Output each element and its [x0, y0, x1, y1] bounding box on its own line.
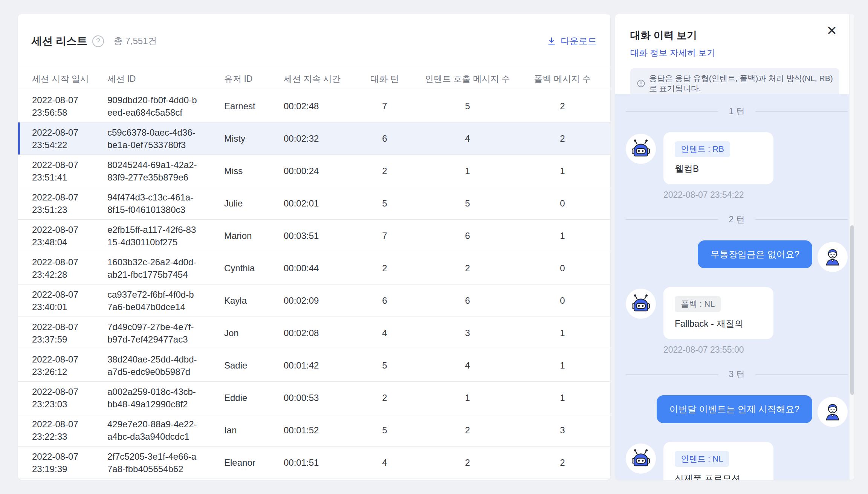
intent-count-cell: 6 [420, 220, 515, 252]
session-id-cell: 909dbd20-fb0f-4dd0-beed-ea684c5a58cf [93, 90, 210, 122]
divider-line [755, 219, 848, 220]
col-header-fallback-count: 폴백 메시지 수 [515, 68, 610, 90]
user-avatar [818, 397, 848, 427]
col-header-user-id: 유저 ID [210, 68, 270, 90]
duration-cell: 00:00:24 [270, 155, 349, 187]
help-icon[interactable]: ? [92, 35, 104, 47]
duration-cell: 00:01:51 [270, 447, 349, 479]
user-id-cell: Eleanor [210, 447, 270, 479]
table-row[interactable]: 2022-08-0723:56:58909dbd20-fb0f-4dd0-bee… [18, 90, 610, 122]
fallback-count-cell: 2 [515, 122, 610, 155]
turns-cell: 4 [349, 447, 420, 479]
user-avatar [818, 242, 848, 272]
scrollbar[interactable] [849, 14, 854, 480]
turns-cell: 2 [349, 252, 420, 284]
session-start-cell: 2022-08-0723:22:33 [18, 414, 93, 447]
turns-cell: 5 [349, 414, 420, 447]
download-icon [547, 36, 556, 46]
turn-label: 3 턴 [729, 369, 744, 380]
table-row[interactable]: 2022-08-0723:51:4180245244-69a1-42a2-83f… [18, 155, 610, 187]
user-id-cell: Eddie [210, 382, 270, 414]
close-icon[interactable]: ✕ [827, 24, 837, 37]
duration-cell: 00:00:53 [270, 382, 349, 414]
turn-label: 1 턴 [729, 106, 744, 117]
duration-cell: 00:02:09 [270, 284, 349, 317]
table-row[interactable]: 2022-08-0723:19:392f7c5205-3e1f-4e66-a7a… [18, 447, 610, 479]
duration-cell: 00:01:52 [270, 414, 349, 447]
user-id-cell: Marion [210, 220, 270, 252]
col-header-turns: 대화 턴 [349, 68, 420, 90]
col-header-session-id: 세션 ID [93, 68, 210, 90]
table-row[interactable]: 2022-08-0723:42:281603b32c-26a2-4d0d-ab2… [18, 252, 610, 284]
bot-message-row: 인텐트 : NL신제품 프로모션 [626, 442, 848, 480]
robot-icon [631, 139, 651, 159]
table-row[interactable]: 2022-08-0723:40:01ca937e72-f6bf-4f0d-b7a… [18, 284, 610, 317]
session-id-cell: 80245244-69a1-42a2-83f9-277e35b879e6 [93, 155, 210, 187]
fallback-count-cell: 1 [515, 155, 610, 187]
conversation-panel: 대화 이력 보기 ✕ 대화 정보 자세히 보기 응답은 응답 유형(인텐트, 폴… [615, 14, 854, 480]
session-list-header: 세션 리스트 ? 총 7,551건 다운로드 [18, 14, 610, 68]
notice-box: 응답은 응답 유형(인텐트, 폴백)과 처리 방식(NL, RB)로 표기됩니다… [630, 68, 839, 98]
intent-count-cell: 2 [420, 447, 515, 479]
conversation-detail-link[interactable]: 대화 정보 자세히 보기 [630, 47, 715, 59]
session-start-cell: 2022-08-0723:19:39 [18, 447, 93, 479]
info-icon [637, 79, 645, 88]
table-row[interactable]: 2022-08-0723:23:03a002a259-018c-43cb-bb4… [18, 382, 610, 414]
divider-line [626, 111, 718, 112]
bot-bubble: 폴백 : NLFallback - 재질의 [663, 287, 773, 339]
intent-count-cell: 5 [420, 187, 515, 220]
session-id-cell: 1603b32c-26a2-4d0d-ab21-fbc1775b7454 [93, 252, 210, 284]
conversation-panel-header: 대화 이력 보기 ✕ 대화 정보 자세히 보기 응답은 응답 유형(인텐트, 폴… [615, 14, 854, 98]
fallback-count-cell: 1 [515, 317, 610, 349]
page-title: 세션 리스트 [32, 34, 87, 48]
turn-divider: 3 턴 [626, 369, 848, 380]
turns-cell: 5 [349, 349, 420, 382]
response-type-badge: 폴백 : NL [675, 296, 721, 312]
session-start-cell: 2022-08-0723:26:12 [18, 349, 93, 382]
scrollbar-thumb[interactable] [850, 225, 854, 395]
table-row[interactable]: 2022-08-0723:37:597d49c097-27be-4e7f-b97… [18, 317, 610, 349]
bot-message-row: 인텐트 : RB웰컴B [626, 132, 848, 184]
session-table: 세션 시작 일시 세션 ID 유저 ID 세션 지속 시간 대화 턴 인텐트 호… [18, 68, 610, 479]
table-row[interactable]: 2022-08-0723:26:1238d240ae-25dd-4dbd-a7d… [18, 349, 610, 382]
bot-message-text: 웰컴B [675, 162, 762, 175]
session-list-card: 세션 리스트 ? 총 7,551건 다운로드 세션 시작 일시 세션 [18, 14, 610, 480]
divider-line [755, 111, 848, 112]
table-row[interactable]: 2022-08-0723:51:2394f474d3-c13c-461a-8f1… [18, 187, 610, 220]
user-id-cell: Jon [210, 317, 270, 349]
response-type-badge: 인텐트 : NL [675, 451, 729, 467]
session-start-cell: 2022-08-0723:48:04 [18, 220, 93, 252]
fallback-count-cell: 1 [515, 382, 610, 414]
turns-cell: 6 [349, 122, 420, 155]
table-row[interactable]: 2022-08-0723:54:22c59c6378-0aec-4d36-be1… [18, 122, 610, 155]
duration-cell: 00:01:42 [270, 349, 349, 382]
table-row[interactable]: 2022-08-0723:22:33429e7e20-88a9-4e22-a4b… [18, 414, 610, 447]
divider-line [755, 374, 848, 375]
duration-cell: 00:03:51 [270, 220, 349, 252]
divider-line [626, 374, 718, 375]
duration-cell: 00:02:48 [270, 90, 349, 122]
turns-cell: 7 [349, 90, 420, 122]
col-header-session-start: 세션 시작 일시 [18, 68, 93, 90]
fallback-count-cell: 0 [515, 187, 610, 220]
bot-message-text: Fallback - 재질의 [675, 317, 762, 330]
divider-line [626, 219, 718, 220]
response-type-badge: 인텐트 : RB [675, 141, 730, 157]
download-label: 다운로드 [561, 35, 597, 47]
bot-avatar [626, 289, 656, 319]
bot-bubble: 인텐트 : RB웰컴B [663, 132, 773, 184]
session-id-cell: c59c6378-0aec-4d36-be1a-0ef7533780f3 [93, 122, 210, 155]
table-row[interactable]: 2022-08-0723:48:04e2fb15ff-a117-42f6-831… [18, 220, 610, 252]
session-id-cell: 429e7e20-88a9-4e22-a4bc-da3a940dcdc1 [93, 414, 210, 447]
user-message-row: 무통장입금은 없어요? [626, 240, 848, 272]
intent-count-cell: 6 [420, 284, 515, 317]
bot-avatar [626, 134, 656, 164]
user-id-cell: Julie [210, 187, 270, 220]
session-id-cell: ca937e72-f6bf-4f0d-b7a6-be047b0dce14 [93, 284, 210, 317]
download-button[interactable]: 다운로드 [547, 35, 597, 47]
session-id-cell: 94f474d3-c13c-461a-8f15-f046101380c3 [93, 187, 210, 220]
session-start-cell: 2022-08-0723:40:01 [18, 284, 93, 317]
user-message-row: 이번달 이벤트는 언제 시작해요? [626, 395, 848, 427]
turns-cell: 4 [349, 317, 420, 349]
intent-count-cell: 2 [420, 252, 515, 284]
